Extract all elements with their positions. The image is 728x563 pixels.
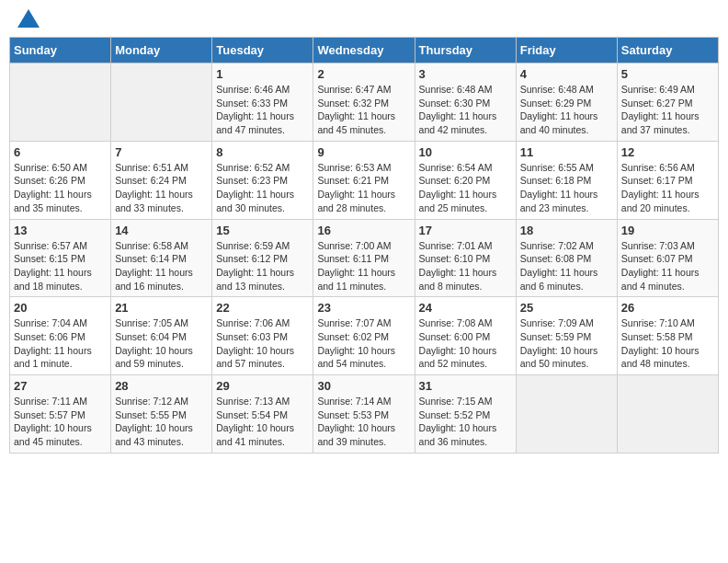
cell-content: Sunrise: 7:03 AMSunset: 6:07 PMDaylight:…: [621, 239, 714, 293]
calendar-cell: 21Sunrise: 7:05 AMSunset: 6:04 PMDayligh…: [111, 297, 212, 375]
day-number: 16: [317, 224, 410, 237]
cell-content: Sunrise: 6:49 AMSunset: 6:27 PMDaylight:…: [621, 83, 714, 137]
calendar-cell: [111, 63, 212, 142]
cell-content: Sunrise: 6:51 AMSunset: 6:24 PMDaylight:…: [115, 161, 208, 215]
day-number: 8: [216, 145, 309, 159]
calendar-cell: 25Sunrise: 7:09 AMSunset: 5:59 PMDayligh…: [516, 297, 617, 375]
cell-content: Sunrise: 7:12 AMSunset: 5:55 PMDaylight:…: [115, 395, 208, 449]
day-number: 23: [317, 301, 410, 315]
day-number: 5: [621, 67, 714, 81]
calendar-cell: 2Sunrise: 6:47 AMSunset: 6:32 PMDaylight…: [313, 63, 415, 142]
calendar-cell: 16Sunrise: 7:00 AMSunset: 6:11 PMDayligh…: [313, 219, 415, 297]
calendar-cell: 30Sunrise: 7:14 AMSunset: 5:53 PMDayligh…: [313, 375, 415, 454]
calendar-cell: 23Sunrise: 7:07 AMSunset: 6:02 PMDayligh…: [313, 297, 415, 375]
calendar-cell: 13Sunrise: 6:57 AMSunset: 6:15 PMDayligh…: [10, 219, 111, 297]
cell-content: Sunrise: 6:48 AMSunset: 6:29 PMDaylight:…: [520, 83, 613, 137]
calendar-cell: 15Sunrise: 6:59 AMSunset: 6:12 PMDayligh…: [212, 219, 313, 297]
day-header-thursday: Thursday: [415, 38, 516, 63]
day-number: 2: [317, 67, 410, 81]
calendar-cell: 31Sunrise: 7:15 AMSunset: 5:52 PMDayligh…: [415, 375, 516, 454]
cell-content: Sunrise: 6:57 AMSunset: 6:15 PMDaylight:…: [14, 239, 107, 293]
day-number: 30: [317, 379, 410, 393]
calendar-cell: 4Sunrise: 6:48 AMSunset: 6:29 PMDaylight…: [516, 63, 617, 142]
calendar-cell: 29Sunrise: 7:13 AMSunset: 5:54 PMDayligh…: [212, 375, 313, 454]
calendar-cell: 12Sunrise: 6:56 AMSunset: 6:17 PMDayligh…: [617, 141, 718, 219]
cell-content: Sunrise: 7:10 AMSunset: 5:58 PMDaylight:…: [621, 316, 714, 371]
calendar-cell: 6Sunrise: 6:50 AMSunset: 6:26 PMDaylight…: [10, 141, 111, 219]
day-number: 11: [520, 145, 613, 159]
cell-content: Sunrise: 7:08 AMSunset: 6:00 PMDaylight:…: [419, 316, 512, 371]
day-number: 9: [317, 145, 410, 159]
cell-content: Sunrise: 7:05 AMSunset: 6:04 PMDaylight:…: [115, 316, 208, 371]
day-header-friday: Friday: [516, 38, 617, 63]
cell-content: Sunrise: 6:46 AMSunset: 6:33 PMDaylight:…: [216, 83, 309, 137]
day-number: 20: [14, 301, 107, 315]
day-number: 24: [419, 301, 512, 315]
cell-content: Sunrise: 7:07 AMSunset: 6:02 PMDaylight:…: [317, 316, 410, 371]
calendar-cell: 9Sunrise: 6:53 AMSunset: 6:21 PMDaylight…: [313, 141, 415, 219]
day-number: 21: [115, 301, 208, 315]
calendar-cell: 10Sunrise: 6:54 AMSunset: 6:20 PMDayligh…: [415, 141, 516, 219]
calendar-cell: 14Sunrise: 6:58 AMSunset: 6:14 PMDayligh…: [111, 219, 212, 297]
day-number: 13: [14, 224, 107, 237]
calendar-cell: 28Sunrise: 7:12 AMSunset: 5:55 PMDayligh…: [111, 375, 212, 454]
cell-content: Sunrise: 6:54 AMSunset: 6:20 PMDaylight:…: [419, 161, 512, 215]
calendar-cell: 1Sunrise: 6:46 AMSunset: 6:33 PMDaylight…: [212, 63, 313, 142]
day-number: 4: [520, 67, 613, 81]
day-number: 3: [419, 67, 512, 81]
calendar-cell: 18Sunrise: 7:02 AMSunset: 6:08 PMDayligh…: [516, 219, 617, 297]
calendar-cell: 3Sunrise: 6:48 AMSunset: 6:30 PMDaylight…: [415, 63, 516, 142]
cell-content: Sunrise: 7:09 AMSunset: 5:59 PMDaylight:…: [520, 316, 613, 371]
day-number: 15: [216, 224, 309, 237]
day-header-sunday: Sunday: [10, 38, 111, 63]
day-number: 27: [14, 379, 107, 393]
cell-content: Sunrise: 6:47 AMSunset: 6:32 PMDaylight:…: [317, 83, 410, 137]
cell-content: Sunrise: 6:48 AMSunset: 6:30 PMDaylight:…: [419, 83, 512, 137]
cell-content: Sunrise: 6:55 AMSunset: 6:18 PMDaylight:…: [520, 161, 613, 215]
day-number: 6: [14, 145, 107, 159]
calendar-cell: 22Sunrise: 7:06 AMSunset: 6:03 PMDayligh…: [212, 297, 313, 375]
day-number: 10: [419, 145, 512, 159]
calendar-cell: 11Sunrise: 6:55 AMSunset: 6:18 PMDayligh…: [516, 141, 617, 219]
day-number: 26: [621, 301, 714, 315]
cell-content: Sunrise: 6:50 AMSunset: 6:26 PMDaylight:…: [14, 161, 107, 215]
day-header-wednesday: Wednesday: [313, 38, 415, 63]
calendar-week-3: 13Sunrise: 6:57 AMSunset: 6:15 PMDayligh…: [10, 219, 719, 297]
cell-content: Sunrise: 6:56 AMSunset: 6:17 PMDaylight:…: [621, 161, 714, 215]
calendar-cell: 26Sunrise: 7:10 AMSunset: 5:58 PMDayligh…: [617, 297, 718, 375]
day-number: 19: [621, 224, 714, 237]
cell-content: Sunrise: 6:52 AMSunset: 6:23 PMDaylight:…: [216, 161, 309, 215]
cell-content: Sunrise: 7:02 AMSunset: 6:08 PMDaylight:…: [520, 239, 613, 293]
header: [9, 9, 719, 28]
day-number: 17: [419, 224, 512, 237]
calendar-cell: 24Sunrise: 7:08 AMSunset: 6:00 PMDayligh…: [415, 297, 516, 375]
calendar-table: SundayMondayTuesdayWednesdayThursdayFrid…: [9, 37, 719, 454]
calendar-cell: 20Sunrise: 7:04 AMSunset: 6:06 PMDayligh…: [10, 297, 111, 375]
day-header-monday: Monday: [111, 38, 212, 63]
cell-content: Sunrise: 7:13 AMSunset: 5:54 PMDaylight:…: [216, 395, 309, 449]
calendar-cell: 19Sunrise: 7:03 AMSunset: 6:07 PMDayligh…: [617, 219, 718, 297]
calendar-cell: 17Sunrise: 7:01 AMSunset: 6:10 PMDayligh…: [415, 219, 516, 297]
cell-content: Sunrise: 7:00 AMSunset: 6:11 PMDaylight:…: [317, 239, 410, 293]
day-number: 22: [216, 301, 309, 315]
logo: [14, 9, 40, 28]
day-number: 18: [520, 224, 613, 237]
day-number: 12: [621, 145, 714, 159]
cell-content: Sunrise: 6:59 AMSunset: 6:12 PMDaylight:…: [216, 239, 309, 293]
calendar-cell: [516, 375, 617, 454]
calendar-cell: [617, 375, 718, 454]
day-number: 7: [115, 145, 208, 159]
cell-content: Sunrise: 6:58 AMSunset: 6:14 PMDaylight:…: [115, 239, 208, 293]
day-header-saturday: Saturday: [617, 38, 718, 63]
day-number: 25: [520, 301, 613, 315]
calendar-cell: [10, 63, 111, 142]
calendar-cell: 5Sunrise: 6:49 AMSunset: 6:27 PMDaylight…: [617, 63, 718, 142]
logo-triangle-icon: [17, 9, 40, 28]
calendar-cell: 7Sunrise: 6:51 AMSunset: 6:24 PMDaylight…: [111, 141, 212, 219]
day-number: 31: [419, 379, 512, 393]
cell-content: Sunrise: 7:15 AMSunset: 5:52 PMDaylight:…: [419, 395, 512, 449]
day-header-tuesday: Tuesday: [212, 38, 313, 63]
cell-content: Sunrise: 7:11 AMSunset: 5:57 PMDaylight:…: [14, 395, 107, 449]
calendar-week-2: 6Sunrise: 6:50 AMSunset: 6:26 PMDaylight…: [10, 141, 719, 219]
cell-content: Sunrise: 7:14 AMSunset: 5:53 PMDaylight:…: [317, 395, 410, 449]
